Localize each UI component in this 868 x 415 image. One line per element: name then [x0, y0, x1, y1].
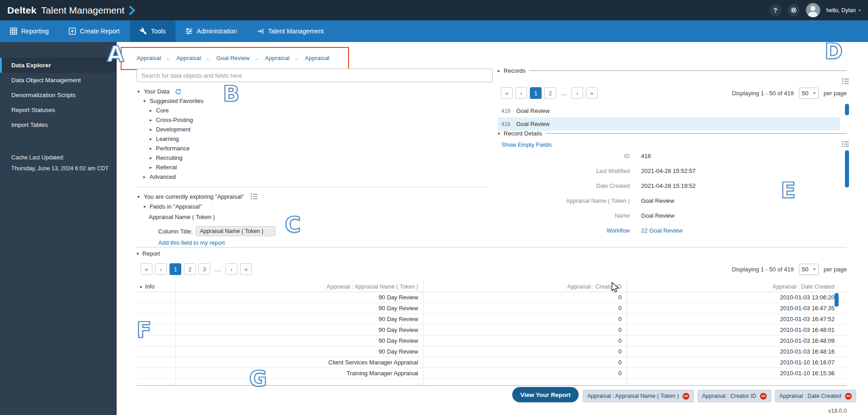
breadcrumb-item[interactable]: Appraisal — [305, 55, 329, 61]
user-avatar[interactable] — [806, 3, 821, 18]
info-column-header[interactable]: ▸ Info — [137, 281, 175, 292]
workflow-link[interactable]: Workflow — [498, 228, 630, 234]
breadcrumb-item[interactable]: Appraisal — [265, 55, 289, 61]
list-icon[interactable] — [250, 193, 258, 200]
field-name[interactable]: Appraisal Name ( Token ) — [149, 214, 215, 220]
report-table-row[interactable]: 90 Day Review 0 2010-01-03 16:48:01 — [137, 325, 847, 336]
report-first-page-button[interactable]: « — [141, 263, 152, 275]
cell-creator-id: 0 — [618, 348, 622, 355]
expand-icon[interactable]: ▾ — [142, 98, 146, 103]
report-page-1-button[interactable]: 1 — [170, 263, 181, 275]
sidebar-item-denormalization-scripts[interactable]: Denormalization Scripts — [0, 88, 117, 103]
records-page-1-button[interactable]: 1 — [530, 87, 542, 99]
collapse-icon[interactable]: ▸ — [149, 136, 153, 141]
field-chip-date-created[interactable]: Appraisal : Date Created — [775, 390, 856, 402]
report-table-row[interactable]: 90 Day Review 0 2010-01-03 16:48:09 — [137, 336, 847, 346]
tab-create-report[interactable]: Create Report — [59, 20, 130, 42]
tab-reporting[interactable]: Reporting — [0, 20, 59, 42]
field-chip-appraisal-name[interactable]: Appraisal : Appraisal Name ( Token ) — [583, 390, 694, 402]
tree-item-development[interactable]: ▸ Development — [149, 125, 203, 134]
collapse-icon[interactable]: ▸ — [142, 174, 146, 179]
column-header-appraisal-name[interactable]: Appraisal : Appraisal Name ( Token ) — [175, 281, 423, 292]
tree-item-your-data[interactable]: ▾ Your Data — [137, 87, 203, 96]
tree-item-core[interactable]: ▸ Core — [149, 106, 203, 115]
field-chip-creator-id[interactable]: Appraisal : Creator ID — [698, 390, 771, 402]
view-your-report-button[interactable]: View Your Report — [512, 387, 579, 402]
collapse-icon[interactable]: ▸ — [149, 146, 153, 151]
report-table-row[interactable]: 90 Day Review 0 2010-01-03 13:06:20 — [137, 292, 847, 303]
breadcrumb-item[interactable]: Appraisal — [137, 55, 161, 61]
collapse-icon[interactable]: ▸ — [149, 155, 153, 160]
records-last-page-button[interactable]: » — [586, 87, 598, 99]
report-per-page-select[interactable]: 50 ▾ — [799, 264, 819, 275]
collapse-icon[interactable]: ▸ — [149, 108, 153, 113]
remove-field-icon[interactable] — [760, 393, 767, 400]
report-next-page-button[interactable]: › — [226, 263, 237, 275]
sidebar-item-data-object-management[interactable]: Data Object Management — [0, 73, 117, 88]
tab-administration[interactable]: Administration — [175, 20, 247, 42]
tree-item-suggested-favorites[interactable]: ▾ Suggested Favorites — [142, 96, 203, 106]
collapse-icon[interactable]: ▸ — [149, 127, 153, 132]
column-title-input[interactable] — [196, 226, 275, 236]
expand-icon[interactable]: ▾ — [137, 89, 141, 94]
expand-icon[interactable]: ▾ — [137, 194, 141, 199]
tree-item-learning[interactable]: ▸ Learning — [149, 134, 203, 144]
sidebar-item-report-statuses[interactable]: Report Statuses — [0, 103, 117, 117]
collapse-icon[interactable]: ▸ — [149, 117, 153, 122]
detail-value[interactable]: 22 Goal Review — [641, 227, 683, 234]
records-prev-page-button[interactable]: ‹ — [515, 87, 527, 99]
records-next-page-button[interactable]: › — [571, 87, 583, 99]
remove-field-icon[interactable] — [845, 393, 852, 400]
settings-button[interactable] — [788, 4, 800, 16]
cell-appraisal-name: 90 Day Review — [379, 294, 418, 301]
breadcrumb-item[interactable]: Goal Review — [216, 55, 250, 61]
remove-field-icon[interactable] — [683, 393, 689, 400]
expand-icon[interactable]: ▾ — [137, 251, 139, 256]
report-table-row[interactable]: 90 Day Review 0 2010-01-03 16:48:16 — [137, 346, 847, 357]
breadcrumb-item[interactable]: Appraisal — [176, 55, 201, 61]
expand-icon[interactable]: ▾ — [498, 131, 500, 136]
collapse-icon[interactable]: ▸ — [149, 165, 153, 170]
add-field-link[interactable]: Add this field to my report — [158, 239, 225, 246]
tree-item-referral[interactable]: ▸ Referral — [149, 163, 203, 172]
sidebar-item-import-tables[interactable]: Import Tables — [0, 117, 117, 132]
report-prev-page-button[interactable]: ‹ — [155, 263, 167, 275]
records-first-page-button[interactable]: « — [501, 87, 513, 99]
report-table-scrollbar-thumb[interactable] — [835, 293, 839, 307]
expand-icon[interactable]: ▾ — [142, 204, 146, 209]
search-input[interactable] — [137, 69, 493, 82]
tab-tools[interactable]: Tools — [130, 20, 176, 42]
records-list-icon[interactable] — [842, 78, 849, 84]
report-page-3-button[interactable]: 3 — [198, 263, 210, 275]
record-details-scrollbar-thumb[interactable] — [845, 150, 849, 187]
report-table-row[interactable]: 90 Day Review 0 2010-01-03 16:47:35 — [137, 303, 847, 314]
report-table-row[interactable]: Client Services Manager Appraisal 0 2010… — [137, 357, 847, 368]
tree-item-performance[interactable]: ▸ Performance — [149, 144, 203, 153]
cell-appraisal-name: Client Services Manager Appraisal — [328, 359, 418, 366]
report-table-row[interactable]: 90 Day Review 0 2010-01-03 16:47:52 — [137, 314, 847, 325]
records-per-page-select[interactable]: 50 ▾ — [799, 88, 819, 99]
tree-item-recruiting[interactable]: ▸ Recruiting — [149, 153, 203, 163]
record-row-418[interactable]: 418 Goal Review — [498, 117, 840, 131]
report-table-row[interactable]: Training Manager Appraisal 0 2010-01-10 … — [137, 368, 847, 379]
tab-talent-management[interactable]: Talent Management — [247, 20, 334, 42]
user-menu[interactable]: hello, Dylan ▾ — [826, 7, 861, 14]
column-header-date-created[interactable]: Appraisal : Date Created — [627, 281, 847, 292]
tree-item-advanced[interactable]: ▸ Advanced — [142, 172, 203, 182]
help-button[interactable]: ? — [769, 4, 782, 16]
report-page-2-button[interactable]: 2 — [184, 263, 196, 275]
column-header-creator-id[interactable]: Appraisal : Creator ID — [423, 281, 627, 292]
record-details-list-icon[interactable] — [842, 141, 849, 147]
cell-date-created: 2010-01-03 16:48:16 — [780, 348, 835, 355]
record-row-419[interactable]: 419 Goal Review — [498, 104, 840, 117]
pagination-ellipsis: ... — [559, 89, 569, 97]
refresh-icon[interactable] — [175, 89, 181, 95]
collapse-icon[interactable]: ▸ — [140, 284, 142, 289]
tree-item-cross-posting[interactable]: ▸ Cross-Posting — [149, 115, 203, 125]
collapse-icon[interactable]: ▸ — [498, 68, 500, 73]
show-empty-fields-link[interactable]: Show Empty Fields — [501, 141, 552, 148]
report-last-page-button[interactable]: » — [240, 263, 252, 275]
sidebar-item-data-explorer[interactable]: Data Explorer — [0, 58, 117, 73]
records-scrollbar-thumb[interactable] — [845, 104, 849, 115]
records-page-2-button[interactable]: 2 — [544, 87, 556, 99]
